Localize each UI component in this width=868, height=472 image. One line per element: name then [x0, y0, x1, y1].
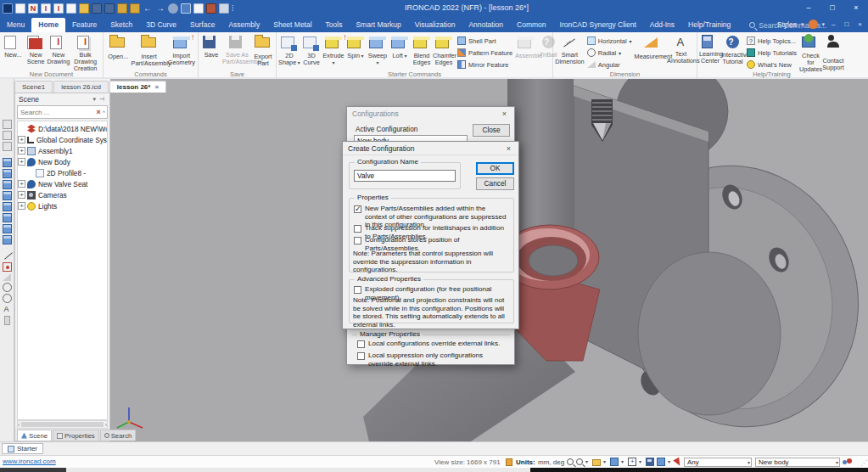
pattern-feature-button[interactable]: Pattern Feature: [455, 47, 515, 59]
configuration-combo[interactable]: New body▾: [755, 458, 840, 467]
tab-3d-curve[interactable]: 3D Curve: [139, 18, 183, 32]
tab-menu[interactable]: Menu: [0, 18, 31, 32]
tree-item-new-body[interactable]: +New Body: [18, 156, 107, 167]
shell-part-button[interactable]: Shell Part: [455, 35, 515, 47]
catalog-shape-icon[interactable]: [3, 131, 12, 140]
help-topics-button[interactable]: ?Help Topics...: [744, 35, 799, 47]
dimension-line-icon[interactable]: [3, 251, 12, 261]
smart-dimension-mini-icon[interactable]: [3, 262, 12, 272]
units-value[interactable]: mm, deg: [538, 458, 564, 466]
tab-visualization[interactable]: Visualization: [408, 18, 462, 32]
close-button[interactable]: ×: [844, 0, 868, 16]
2d-shape-button[interactable]: 2D Shape: [278, 33, 300, 66]
tree-item-global-coordinate-system[interactable]: +Global Coordinate System: [18, 134, 107, 145]
doc-tab-scene1[interactable]: Scene1: [14, 81, 53, 93]
measurement-button[interactable]: Measurement: [635, 33, 667, 60]
refresh-icon[interactable]: [168, 3, 178, 14]
styles-caret-icon[interactable]: ▾: [801, 21, 804, 28]
tree-item-cameras[interactable]: +Cameras: [18, 189, 107, 200]
new-button[interactable]: New...: [2, 33, 25, 59]
doc-minimize-button[interactable]: –: [829, 20, 837, 28]
create-configuration-titlebar[interactable]: Create Configuration ×: [343, 142, 518, 155]
snapshot-icon[interactable]: [130, 3, 140, 14]
assemble-button[interactable]: Assemble: [515, 33, 537, 59]
tree-item-root[interactable]: D:\data\2018 NEW\Word\TECH-NE: [18, 123, 107, 134]
notes-icon[interactable]: [193, 3, 204, 14]
camera-view-icon[interactable]: [657, 458, 665, 466]
styles-dropdown[interactable]: Styles: [777, 20, 797, 29]
help-caret-icon[interactable]: ▾: [822, 21, 826, 28]
selection-list-icon[interactable]: [181, 3, 191, 14]
panel-tab-properties[interactable]: Properties: [53, 430, 99, 441]
tab-synergy-client[interactable]: IronCAD Synergy Client: [553, 18, 643, 32]
tab-tools[interactable]: Tools: [319, 18, 350, 32]
checkbox-icon[interactable]: [354, 225, 361, 233]
export-part-button[interactable]: Export Part: [252, 33, 274, 67]
insert-icon[interactable]: [66, 3, 76, 14]
save-as-icon[interactable]: [104, 3, 115, 14]
tab-sheet-metal[interactable]: Sheet Metal: [266, 18, 318, 32]
cancel-button[interactable]: Cancel: [476, 177, 514, 190]
tree-item-lights[interactable]: +Lights: [18, 200, 107, 211]
tab-common[interactable]: Common: [510, 18, 552, 32]
expand-icon[interactable]: +: [18, 180, 25, 188]
mirror-feature-button[interactable]: Mirror Feature: [455, 59, 515, 70]
whats-new-button[interactable]: What's New: [744, 59, 799, 70]
panel-tab-search[interactable]: Search: [100, 430, 137, 441]
save-as-part-assembly-button[interactable]: Save As Part/Assembly...: [222, 33, 252, 65]
expand-icon[interactable]: +: [18, 191, 25, 199]
body-bore[interactable]: [638, 252, 781, 415]
tab-smart-markup[interactable]: Smart Markup: [349, 18, 407, 32]
render-icon[interactable]: [117, 3, 127, 14]
3d-curve-button[interactable]: 3D Curve: [300, 33, 322, 66]
starter-tab[interactable]: Starter: [2, 443, 43, 454]
new-scene-button[interactable]: New Scene: [25, 33, 48, 65]
undo-icon[interactable]: ←: [143, 3, 153, 14]
bulk-drawing-creation-button[interactable]: Bulk Drawing Creation: [70, 33, 101, 72]
checkbox-icon[interactable]: [354, 286, 361, 294]
close-dialog-button[interactable]: Close: [473, 124, 510, 137]
caret-icon[interactable]: ▾: [621, 458, 625, 466]
render-mode-icon[interactable]: [610, 458, 619, 466]
doc-close-button[interactable]: ×: [855, 20, 865, 28]
table-icon[interactable]: [219, 3, 229, 14]
tree-item-2d-profile8[interactable]: 2D Profile8 -: [18, 167, 107, 178]
horizontal-dimension-button[interactable]: Horizontal▾: [585, 35, 635, 47]
smart-dimension-button[interactable]: Smart Dimension: [555, 33, 585, 65]
catalog-shape-icon[interactable]: [3, 120, 12, 129]
doc-tab-lesson26-icd[interactable]: lesson 26.icd: [53, 81, 109, 93]
search-options-icon[interactable]: ᴬ: [103, 110, 107, 115]
text-annotations-button[interactable]: Text Annotations: [667, 33, 695, 65]
zoom-window-icon[interactable]: [576, 458, 583, 465]
tab-annotation[interactable]: Annotation: [462, 18, 510, 32]
contact-support-button[interactable]: Contact Support: [822, 33, 844, 71]
caret-icon[interactable]: ▾: [639, 458, 643, 466]
blue-cube-tool-icon[interactable]: [3, 158, 12, 167]
blue-cube-tool-icon[interactable]: [3, 169, 12, 178]
angular-dimension-button[interactable]: Angular: [585, 59, 635, 70]
checkbox-checked-icon[interactable]: [354, 205, 361, 213]
ok-button[interactable]: OK: [476, 162, 514, 175]
tab-assembly[interactable]: Assembly: [221, 18, 266, 32]
ironcad-link[interactable]: www.ironcad.com: [3, 458, 56, 465]
blue-cube-tool-icon[interactable]: [3, 224, 12, 233]
help-icon[interactable]: [809, 20, 818, 29]
tree-search-input[interactable]: [18, 109, 95, 116]
maximize-button[interactable]: □: [820, 0, 844, 16]
collaboration-icon[interactable]: [843, 458, 852, 466]
local-suppression-override-checkbox[interactable]: Local suppression only configurations ov…: [357, 351, 508, 368]
tab-surface[interactable]: Surface: [183, 18, 221, 32]
zoom-icon[interactable]: [567, 458, 574, 465]
checkbox-icon[interactable]: [357, 352, 365, 360]
close-icon[interactable]: ×: [500, 110, 509, 118]
caret-icon[interactable]: ▾: [603, 458, 608, 466]
close-icon[interactable]: ×: [504, 144, 513, 153]
angle-tool-icon[interactable]: [3, 273, 11, 281]
expand-icon[interactable]: +: [18, 136, 25, 143]
tree-horizontal-scrollbar[interactable]: ‹›: [17, 420, 108, 429]
tree-item-new-valve-seat[interactable]: +New Valve Seat: [18, 178, 107, 189]
tree-item-assembly1[interactable]: +Assembly1: [18, 145, 107, 156]
doc-restore-button[interactable]: □: [842, 20, 851, 28]
blue-cube-tool-icon[interactable]: [3, 202, 12, 211]
loft-button[interactable]: Loft: [389, 33, 411, 59]
